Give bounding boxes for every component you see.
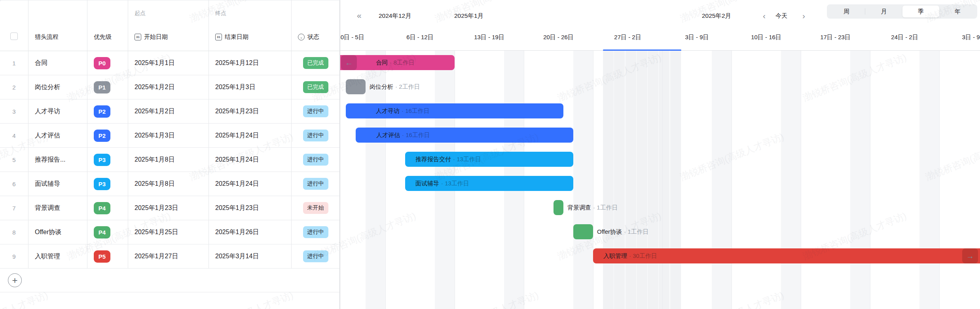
process-cell[interactable]: 面试辅导 <box>28 172 87 196</box>
priority-cell[interactable]: P3 <box>87 148 128 172</box>
priority-cell[interactable]: P2 <box>87 124 128 147</box>
week-label: 3日 - 9日 <box>939 34 980 41</box>
header-start-date[interactable]: 起点 31开始日期 <box>128 0 209 51</box>
plus-icon[interactable]: + <box>8 273 22 287</box>
process-cell[interactable]: 合同 <box>28 51 87 75</box>
header-status[interactable]: ⌄状态 <box>292 0 339 51</box>
week-label: 6日 - 12日 <box>385 34 455 41</box>
today-button[interactable]: 今天 <box>775 12 787 20</box>
gantt-bar[interactable]: 推荐报告交付· 13工作日 <box>405 152 573 167</box>
start-group-label: 起点 <box>135 10 146 17</box>
record-table-panel: 猎头流程 优先级 起点 31开始日期 终点 31结束日期 ⌄状态 1 合同 P0… <box>0 0 340 309</box>
gantt-bar[interactable]: 人才评估· 16工作日 <box>356 128 573 143</box>
bar-duration: · 16工作日 <box>402 107 430 115</box>
start-date-cell[interactable]: 2025年1月23日 <box>128 196 209 220</box>
priority-cell[interactable]: P2 <box>87 99 128 123</box>
table-row: 7 背景调查 P4 2025年1月23日 2025年1月23日 未开始 <box>0 196 339 220</box>
next-chevron-icon[interactable]: › <box>802 11 805 20</box>
status-cell[interactable]: 进行中 <box>292 124 339 147</box>
jump-back-icon[interactable]: « <box>357 11 362 19</box>
view-option-3[interactable]: 季 <box>902 6 939 17</box>
bar-continues-right-icon[interactable]: → <box>962 248 978 263</box>
view-option-1[interactable]: 周 <box>828 6 865 17</box>
status-cell[interactable]: 未开始 <box>292 196 339 220</box>
header-end-date[interactable]: 终点 31结束日期 <box>209 0 292 51</box>
select-all-checkbox[interactable] <box>10 32 18 40</box>
month-label-feb: 2025年2月 <box>702 12 731 20</box>
header-select-column <box>0 0 28 51</box>
gantt-bar[interactable] <box>554 200 563 215</box>
bar-continues-left-icon[interactable]: ← <box>341 55 357 70</box>
end-date-cell[interactable]: 2025年1月23日 <box>209 196 292 220</box>
status-cell[interactable]: 已完成 <box>292 75 339 99</box>
bar-task-name: 人才寻访 <box>376 107 400 115</box>
end-column-label: 结束日期 <box>225 33 248 41</box>
bar-duration: · 8工作日 <box>390 59 415 67</box>
start-date-cell[interactable]: 2025年1月3日 <box>128 124 209 147</box>
process-cell[interactable]: 人才评估 <box>28 124 87 147</box>
priority-cell[interactable]: P5 <box>87 244 128 268</box>
gantt-bar[interactable]: 合同· 8工作日 <box>340 55 455 70</box>
view-option-4[interactable]: 年 <box>939 6 976 17</box>
bar-outside-label: 岗位分析· 2工作日 <box>370 79 420 94</box>
status-cell[interactable]: 已完成 <box>292 51 339 75</box>
table-row: 9 入职管理 P5 2025年1月27日 2025年3月14日 进行中 <box>0 244 339 269</box>
header-process[interactable]: 猎头流程 <box>28 0 87 51</box>
process-cell[interactable]: Offer协谈 <box>28 220 87 244</box>
add-row[interactable]: + <box>0 269 339 292</box>
start-date-cell[interactable]: 2025年1月25日 <box>128 220 209 244</box>
gantt-bar[interactable]: 人才寻访· 16工作日 <box>346 103 563 118</box>
status-cell[interactable]: 进行中 <box>292 99 339 123</box>
priority-cell[interactable]: P3 <box>87 172 128 196</box>
end-date-cell[interactable]: 2025年1月23日 <box>209 99 292 123</box>
header-priority[interactable]: 优先级 <box>87 0 128 51</box>
status-badge: 进行中 <box>303 154 328 166</box>
end-date-cell[interactable]: 2025年1月26日 <box>209 220 292 244</box>
start-date-cell[interactable]: 2025年1月8日 <box>128 172 209 196</box>
end-date-cell[interactable]: 2025年1月24日 <box>209 172 292 196</box>
table-rows: 1 合同 P0 2025年1月1日 2025年1月12日 已完成 2 岗位分析 … <box>0 51 339 269</box>
process-cell[interactable]: 背景调查 <box>28 196 87 220</box>
week-gridline <box>662 51 663 309</box>
bar-duration: · 1工作日 <box>624 228 649 236</box>
start-date-cell[interactable]: 2025年1月2日 <box>128 75 209 99</box>
week-label: 24日 - 2日 <box>870 34 939 41</box>
status-cell[interactable]: 进行中 <box>292 172 339 196</box>
start-date-cell[interactable]: 2025年1月1日 <box>128 51 209 75</box>
priority-cell[interactable]: P1 <box>87 75 128 99</box>
end-date-cell[interactable]: 2025年3月14日 <box>209 244 292 268</box>
start-date-cell[interactable]: 2025年1月27日 <box>128 244 209 268</box>
start-date-cell[interactable]: 2025年1月2日 <box>128 99 209 123</box>
status-cell[interactable]: 进行中 <box>292 244 339 268</box>
gantt-bar[interactable] <box>573 224 593 239</box>
status-badge: 进行中 <box>303 226 328 238</box>
gantt-bar[interactable] <box>346 79 366 94</box>
priority-badge: P3 <box>94 178 110 190</box>
row-number: 8 <box>0 220 28 244</box>
priority-cell[interactable]: P4 <box>87 196 128 220</box>
end-date-cell[interactable]: 2025年1月24日 <box>209 148 292 172</box>
process-cell[interactable]: 岗位分析 <box>28 75 87 99</box>
status-badge: 已完成 <box>303 57 328 69</box>
end-date-cell[interactable]: 2025年1月24日 <box>209 124 292 147</box>
row-number: 7 <box>0 196 28 220</box>
process-cell[interactable]: 推荐报告... <box>28 148 87 172</box>
end-date-cell[interactable]: 2025年1月3日 <box>209 75 292 99</box>
view-option-2[interactable]: 月 <box>865 6 902 17</box>
status-cell[interactable]: 进行中 <box>292 148 339 172</box>
start-date-cell[interactable]: 2025年1月8日 <box>128 148 209 172</box>
process-cell[interactable]: 人才寻访 <box>28 99 87 123</box>
process-cell[interactable]: 入职管理 <box>28 244 87 268</box>
bar-duration: · 13工作日 <box>441 180 469 187</box>
weekend-stripe <box>781 51 801 309</box>
priority-cell[interactable]: P4 <box>87 220 128 244</box>
priority-cell[interactable]: P0 <box>87 51 128 75</box>
gantt-bar[interactable]: 面试辅导· 13工作日 <box>405 176 573 191</box>
end-date-cell[interactable]: 2025年1月12日 <box>209 51 292 75</box>
prev-chevron-icon[interactable]: ‹ <box>763 11 766 20</box>
gantt-bar[interactable]: 入职管理· 30工作日 <box>593 248 980 263</box>
row-number: 2 <box>0 75 28 99</box>
status-cell[interactable]: 进行中 <box>292 220 339 244</box>
weekend-stripe <box>850 51 870 309</box>
bar-duration: · 2工作日 <box>395 83 420 91</box>
